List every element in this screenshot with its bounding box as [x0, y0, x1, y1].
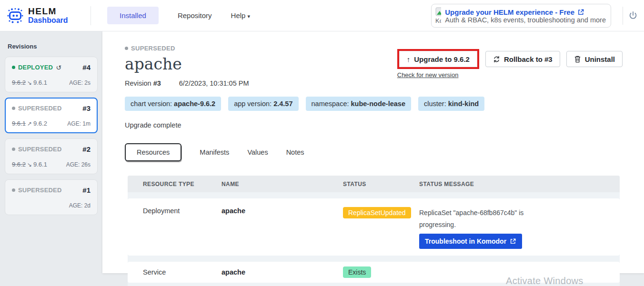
revision-card-1[interactable]: SUPERSEDED #1 AGE: 2d [5, 179, 98, 215]
revision-label: Revision #3 [125, 79, 161, 87]
uninstall-button[interactable]: Uninstall [566, 51, 623, 67]
header-divider [623, 7, 623, 25]
release-detail-panel: SUPERSEDED apache Revision #3 6/2/2023, … [102, 31, 644, 273]
troubleshoot-komodor-button[interactable]: Troubleshoot in Komodor [419, 234, 522, 249]
resources-table: RESOURCE TYPE NAME STATUS STATUS MESSAGE… [128, 176, 620, 286]
downgrade-arrow-icon: ↘ [27, 161, 32, 168]
main-nav: Installed Repository Help▾ [91, 6, 250, 25]
col-resource-type: RESOURCE TYPE [128, 181, 221, 187]
revision-number: #4 [82, 63, 91, 71]
status-dot [12, 66, 15, 69]
release-description: Upgrade complete [125, 121, 627, 129]
status-message-text: ReplicaSet "apache-68fb867c4b" is progre… [419, 207, 562, 230]
revision-number: #3 [82, 104, 91, 112]
external-link-icon [510, 238, 516, 245]
revision-number: #2 [82, 145, 91, 153]
revisions-heading: Revisions [8, 43, 95, 50]
banner-subtitle: Auth & RBAC, k8s events, troubleshooting… [445, 16, 606, 24]
upgrade-arrow-icon: ↗ [27, 120, 32, 127]
chart-version-badge: chart version: apache-9.6.2 [125, 97, 221, 111]
banner-text: Upgrade your HELM experience - Free Auth… [445, 8, 606, 24]
banner-title[interactable]: Upgrade your HELM experience - Free [445, 8, 574, 16]
logo-title: HELM [28, 7, 68, 16]
col-status-message: STATUS MESSAGE [419, 181, 620, 187]
revision-number: #1 [82, 186, 91, 194]
status-badge: Exists [343, 266, 371, 278]
helm-logo-icon [7, 8, 24, 24]
revision-age: AGE: 1m [67, 120, 91, 127]
check-new-version-link[interactable]: Check for new version [397, 71, 479, 79]
rollback-icon [493, 56, 500, 63]
komodor-image-alt-text: Komodor [435, 17, 441, 24]
status-dot [12, 107, 15, 110]
status-message-cell: ReplicaSet "apache-68fb867c4b" is progre… [419, 198, 620, 249]
table-header-row: RESOURCE TYPE NAME STATUS STATUS MESSAGE [128, 176, 620, 192]
status-dot [12, 148, 15, 151]
resource-type-cell: Deployment [128, 198, 221, 249]
release-meta-badges: chart version: apache-9.6.2 app version:… [125, 97, 627, 111]
upgrade-button[interactable]: ↑ Upgrade to 9.6.2 [399, 51, 477, 67]
resource-status-cell: ReplicaSetUpdated [343, 198, 419, 249]
revision-status: DEPLOYED [12, 64, 53, 71]
revisions-sidebar: Revisions DEPLOYED ↺ #4 9.6.2↘9.6.1 AGE:… [0, 31, 102, 286]
up-arrow-icon: ↑ [407, 55, 411, 63]
logo-subtitle: Dashboard [28, 16, 68, 25]
revision-card-4[interactable]: DEPLOYED ↺ #4 9.6.2↘9.6.1 AGE: 2s [5, 57, 98, 92]
redeploy-icon[interactable]: ↺ [56, 64, 61, 71]
detail-tabs: Resources Manifests Values Notes [125, 143, 627, 161]
revision-age: AGE: 2s [69, 79, 91, 86]
resource-name-cell: apache [221, 268, 343, 276]
revision-card-3-selected[interactable]: SUPERSEDED #3 9.6.1↗9.6.2 AGE: 1m [5, 98, 98, 133]
logo-text: HELM Dashboard [28, 7, 68, 25]
help-label: Help [231, 11, 246, 20]
revision-age: AGE: 2d [69, 202, 91, 209]
resource-name-cell: apache [221, 198, 343, 249]
status-badge: ReplicaSetUpdated [343, 207, 411, 218]
tab-manifests[interactable]: Manifests [200, 148, 229, 156]
red-highlight-box: ↑ Upgrade to 9.6.2 [397, 49, 479, 69]
revision-card-2[interactable]: SUPERSEDED #2 9.6.2↘9.6.1 AGE: 26s [5, 138, 98, 174]
tab-resources[interactable]: Resources [125, 143, 181, 161]
nav-tab-installed[interactable]: Installed [107, 7, 159, 24]
app-version-badge: app version: 2.4.57 [228, 97, 298, 111]
col-status: STATUS [343, 181, 419, 187]
trash-icon [574, 55, 581, 63]
rollback-button[interactable]: Rollback to #3 [485, 51, 560, 67]
external-link-icon [577, 9, 584, 16]
broken-image-icon [435, 7, 441, 16]
page: HELM Dashboard Installed Repository Help… [0, 0, 644, 286]
upgrade-group: ↑ Upgrade to 9.6.2 Check for new version [397, 49, 479, 79]
nav-tab-repository[interactable]: Repository [178, 11, 212, 20]
tab-values[interactable]: Values [247, 148, 268, 156]
chevron-down-icon: ▾ [247, 13, 250, 19]
komodor-promo-banner[interactable]: Komodor Upgrade your HELM experience - F… [431, 4, 611, 28]
release-date: 6/2/2023, 10:31:05 PM [179, 79, 249, 87]
resource-type-cell: Service [128, 268, 221, 276]
resource-status-cell: Exists [343, 266, 419, 278]
status-dot [125, 47, 128, 50]
downgrade-arrow-icon: ↘ [27, 79, 32, 86]
helm-dashboard-logo[interactable]: HELM Dashboard [0, 7, 91, 25]
revision-status: SUPERSEDED [12, 146, 62, 153]
release-actions: ↑ Upgrade to 9.6.2 Check for new version… [397, 49, 623, 79]
status-dot [12, 188, 15, 192]
revision-age: AGE: 26s [66, 161, 91, 168]
activate-windows-watermark: Activate Windows [506, 276, 584, 286]
revision-status: SUPERSEDED [12, 105, 62, 112]
version-change: 9.6.1↗9.6.2 [12, 120, 47, 127]
komodor-logo-broken: Komodor [435, 7, 441, 25]
version-change: 9.6.2↘9.6.1 [12, 161, 47, 168]
cluster-badge: cluster: kind-kind [418, 97, 484, 111]
power-icon[interactable] [628, 10, 638, 21]
revision-status: SUPERSEDED [12, 187, 62, 194]
top-header: HELM Dashboard Installed Repository Help… [0, 0, 644, 31]
nav-menu-help[interactable]: Help▾ [231, 11, 250, 20]
version-change: 9.6.2↘9.6.1 [12, 79, 47, 86]
tab-notes[interactable]: Notes [286, 148, 304, 156]
revision-date-line: Revision #3 6/2/2023, 10:31:05 PM [125, 79, 627, 87]
col-name: NAME [221, 181, 343, 187]
namespace-badge: namespace: kube-node-lease [306, 97, 411, 111]
table-row-deployment: Deployment apache ReplicaSetUpdated Repl… [128, 198, 620, 256]
